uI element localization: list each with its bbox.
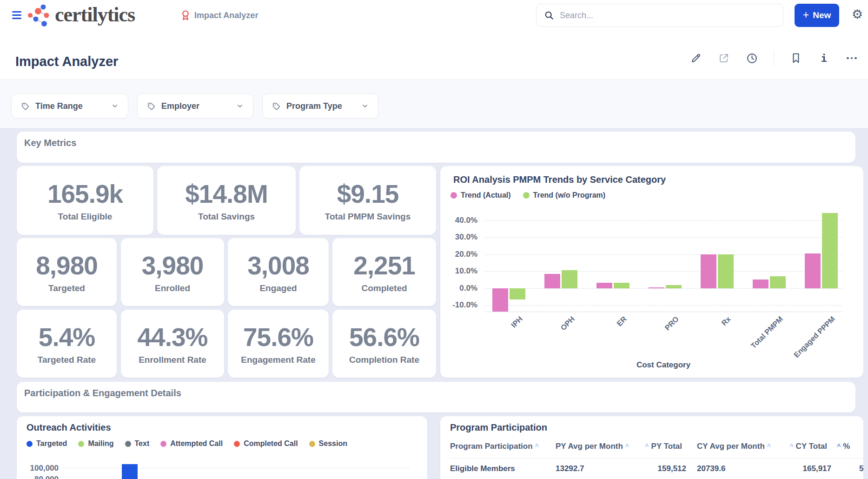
metric-label: Engagement Rate bbox=[241, 355, 315, 365]
key-metrics-section-header: Key Metrics bbox=[17, 132, 855, 163]
y-tick-label: 10.0% bbox=[440, 266, 477, 276]
column-header-program-participation[interactable]: Program Participation^ bbox=[450, 442, 541, 451]
sort-caret-icon: ^ bbox=[837, 443, 841, 450]
tag-icon bbox=[272, 102, 281, 111]
y-tick-label: 40.0% bbox=[440, 216, 477, 225]
external-link-icon[interactable] bbox=[718, 52, 730, 64]
x-category-label-er: ER bbox=[576, 315, 629, 367]
outreach-chart-card: Outreach Activities TargetedMailingTextA… bbox=[17, 416, 427, 479]
metric-value: 3,008 bbox=[247, 251, 309, 280]
bar-targeted[interactable] bbox=[122, 464, 138, 479]
breadcrumb[interactable]: Impact Analyzer bbox=[180, 10, 258, 21]
bar-rx-trend-actual[interactable] bbox=[701, 254, 716, 288]
table-cell: 13292.7 bbox=[556, 464, 584, 473]
filter-pill-employer[interactable]: Employer bbox=[137, 93, 253, 119]
roi-legend-trend-w-o-program[interactable]: Trend (w/o Program) bbox=[523, 191, 606, 200]
column-header-py-total[interactable]: ^PY Total bbox=[643, 442, 682, 451]
metric-value: 44.3% bbox=[138, 322, 208, 352]
bar-pro-trend-actual[interactable] bbox=[649, 287, 664, 288]
brand-logo-icon[interactable] bbox=[28, 5, 52, 27]
roi-legend-label: Trend (Actual) bbox=[461, 191, 511, 200]
metric-value: 2,251 bbox=[353, 251, 415, 280]
bar-rx-trend-w-o-program[interactable] bbox=[718, 254, 734, 288]
key-metrics-title: Key Metrics bbox=[24, 138, 76, 148]
brand-wordmark[interactable]: certilytics bbox=[55, 3, 135, 27]
hamburger-menu-icon[interactable] bbox=[12, 11, 21, 20]
chevron-down-icon bbox=[111, 102, 119, 110]
metric-card-total-eligible: 165.9kTotal Eligible bbox=[17, 166, 153, 235]
table-cell: 20739.6 bbox=[697, 464, 725, 473]
bar-group-rx bbox=[701, 210, 734, 312]
bar-er-trend-w-o-program[interactable] bbox=[614, 283, 629, 288]
table-cell: 159,512 bbox=[658, 464, 686, 473]
page-title: Impact Analyzer bbox=[15, 54, 118, 69]
history-clock-icon[interactable] bbox=[746, 52, 758, 64]
column-header-label: CY Total bbox=[796, 442, 827, 451]
metric-value: 165.9k bbox=[47, 179, 123, 209]
x-axis-line bbox=[485, 312, 842, 312]
bookmark-icon[interactable] bbox=[790, 52, 802, 64]
roi-chart-legend: Trend (Actual)Trend (w/o Program) bbox=[451, 191, 605, 200]
bar-iph-trend-w-o-program[interactable] bbox=[510, 288, 525, 299]
info-icon[interactable]: i bbox=[818, 52, 830, 64]
column-header-label: PY Total bbox=[651, 442, 682, 451]
bar-engaged-pppm-trend-w-o-program[interactable] bbox=[822, 213, 838, 288]
column-header-cy-avg-per-month[interactable]: CY Avg per Month^ bbox=[697, 442, 773, 451]
top-bar: certilytics Impact Analyzer + New ⚙ bbox=[0, 0, 868, 79]
filter-pill-program-type[interactable]: Program Type bbox=[262, 93, 378, 119]
plus-icon: + bbox=[803, 9, 809, 21]
sort-caret-icon: ^ bbox=[535, 443, 539, 450]
roi-legend-dot bbox=[523, 192, 530, 199]
chevron-down-icon bbox=[236, 102, 244, 110]
roi-legend-trend-actual[interactable]: Trend (Actual) bbox=[451, 191, 511, 200]
column-header-cy-total[interactable]: ^CY Total bbox=[787, 442, 827, 451]
bar-engaged-pppm-trend-actual[interactable] bbox=[805, 253, 821, 288]
bar-pro-trend-w-o-program[interactable] bbox=[666, 285, 682, 288]
y-tick-label: 0.0% bbox=[440, 284, 477, 293]
ellipsis-icon[interactable] bbox=[846, 52, 858, 64]
new-button[interactable]: + New bbox=[795, 4, 839, 27]
metric-card-enrollment-rate: 44.3%Enrollment Rate bbox=[121, 310, 224, 378]
bar-er-trend-actual[interactable] bbox=[596, 283, 612, 288]
y-tick-label: 100,000 bbox=[17, 464, 59, 473]
metric-card-enrolled: 3,980Enrolled bbox=[121, 238, 224, 306]
roi-chart-title: ROI Analysis PMPM Trends by Service Cate… bbox=[453, 174, 666, 185]
column-header-py-avg-per-month[interactable]: PY Avg per Month^ bbox=[556, 442, 631, 451]
x-category-label-pro: PRO bbox=[629, 315, 681, 367]
bar-oph-trend-w-o-program[interactable] bbox=[562, 270, 577, 288]
column-header-label: % bbox=[843, 442, 850, 451]
metric-card-engaged: 3,008Engaged bbox=[228, 238, 329, 306]
actions-divider bbox=[774, 50, 774, 66]
metric-card-completion-rate: 56.6%Completion Rate bbox=[332, 310, 436, 378]
table-cell: Eligible Members bbox=[450, 464, 515, 473]
bar-iph-trend-actual[interactable] bbox=[492, 288, 508, 312]
metric-label: Targeted Rate bbox=[38, 355, 96, 365]
bar-total-pmpm-trend-w-o-program[interactable] bbox=[770, 276, 786, 288]
bar-group-iph bbox=[492, 210, 525, 312]
participation-section-header: Participation & Engagement Details bbox=[17, 382, 855, 412]
x-category-label-iph: IPH bbox=[472, 315, 524, 367]
title-actions: i bbox=[690, 50, 858, 66]
metric-value: $9.15 bbox=[337, 179, 399, 209]
search-icon bbox=[544, 10, 554, 20]
edit-pencil-icon[interactable] bbox=[690, 52, 702, 64]
tag-icon bbox=[147, 102, 156, 111]
bar-group-total-pmpm bbox=[753, 210, 786, 312]
x-category-label-total-pmpm: Total PMPM bbox=[733, 315, 785, 367]
x-category-label-oph: OPH bbox=[524, 315, 576, 367]
bar-total-pmpm-trend-actual[interactable] bbox=[753, 279, 769, 288]
table-cell: 56 bbox=[859, 464, 863, 473]
bar-oph-trend-actual[interactable] bbox=[544, 274, 560, 288]
settings-gear-icon[interactable]: ⚙ bbox=[852, 8, 863, 20]
metric-label: Total PMPM Savings bbox=[325, 212, 411, 222]
metric-label: Enrollment Rate bbox=[139, 355, 206, 365]
filter-pill-time-range[interactable]: Time Range bbox=[11, 93, 128, 119]
column-header-[interactable]: ^% bbox=[835, 442, 850, 451]
metric-card-engagement-rate: 75.6%Engagement Rate bbox=[228, 310, 329, 378]
y-tick-label: -10.0% bbox=[440, 300, 477, 310]
roi-legend-dot bbox=[451, 192, 457, 199]
roi-chart-x-axis-title: Cost Category bbox=[484, 360, 842, 370]
table-cell: 165,917 bbox=[803, 464, 831, 473]
metric-label: Targeted bbox=[48, 283, 85, 293]
search-input[interactable] bbox=[560, 11, 775, 20]
